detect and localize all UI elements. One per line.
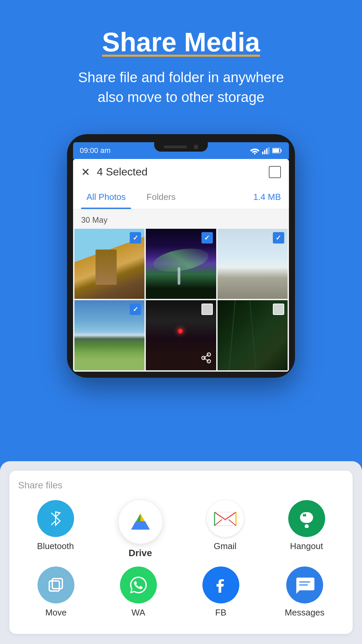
svg-marker-18 — [140, 514, 145, 522]
app-bar: ✕ 4 Selected — [73, 159, 289, 185]
battery-icon — [272, 148, 282, 154]
photo-item-4[interactable]: ✓ — [74, 300, 144, 370]
phone-notch — [154, 142, 208, 152]
svg-rect-6 — [281, 150, 282, 152]
whatsapp-icon-circle — [120, 567, 157, 603]
move-icon-circle — [38, 567, 74, 603]
header-subtitle: Share file and folder in anywhere also m… — [20, 68, 342, 107]
whatsapp-icon — [128, 575, 148, 595]
share-item-drive[interactable]: Drive — [119, 500, 162, 558]
svg-rect-1 — [262, 152, 263, 154]
header-section: Share Media Share file and folder in any… — [0, 0, 362, 121]
move-icon — [47, 576, 65, 594]
svg-rect-4 — [268, 147, 269, 154]
tab-size: 1.4 MB — [253, 192, 281, 202]
hangout-icon-circle: ❝ — [288, 500, 325, 537]
svg-rect-25 — [300, 512, 313, 523]
share-item-hangout[interactable]: ❝ Hangout — [288, 500, 325, 551]
bluetooth-icon-circle — [37, 500, 74, 537]
svg-marker-23 — [131, 521, 150, 530]
date-label: 30 May — [73, 209, 289, 229]
move-label: Move — [45, 607, 67, 618]
svg-text:❝: ❝ — [302, 513, 306, 521]
drive-icon-circle — [119, 500, 162, 544]
svg-rect-3 — [266, 148, 267, 154]
bluetooth-label: Bluetooth — [37, 541, 74, 551]
signal-icon — [262, 147, 269, 154]
page-title: Share Media — [20, 27, 342, 58]
hangout-label: Hangout — [290, 541, 323, 551]
tab-all-photos[interactable]: All Photos — [81, 185, 131, 209]
phone-mockup: 09:00 am — [0, 134, 362, 378]
messages-icon — [295, 576, 315, 594]
svg-rect-29 — [52, 579, 62, 589]
photo-checkbox-1[interactable]: ✓ — [130, 232, 141, 244]
svg-rect-28 — [49, 581, 59, 591]
photo-grid: ✓ ✓ ✓ — [73, 229, 289, 372]
svg-point-26 — [305, 524, 309, 528]
clock: 09:00 am — [80, 146, 111, 155]
hangout-icon: ❝ — [297, 509, 316, 528]
fb-label: FB — [215, 607, 226, 618]
svg-line-14 — [51, 521, 56, 525]
svg-rect-7 — [273, 149, 279, 152]
photo-checkbox-2[interactable]: ✓ — [201, 232, 213, 244]
tabs-row: All Photos Folders 1.4 MB — [73, 185, 289, 209]
photo-item-3[interactable]: ✓ — [218, 229, 288, 299]
svg-point-0 — [254, 153, 256, 154]
share-item-bluetooth[interactable]: Bluetooth — [37, 500, 74, 551]
wa-label: WA — [131, 607, 145, 618]
photo-checkbox-5[interactable] — [201, 304, 213, 315]
photo-item-5[interactable] — [146, 300, 216, 370]
share-sheet: Share files Bluetooth — [0, 461, 362, 644]
share-item-gmail[interactable]: Gmail — [207, 500, 244, 551]
share-icon-5 — [201, 353, 212, 366]
share-row-1: Bluetooth — [15, 500, 347, 558]
share-sheet-card: Share files Bluetooth — [9, 471, 353, 634]
share-item-move[interactable]: Move — [38, 567, 74, 618]
svg-line-13 — [51, 513, 56, 517]
phone-screen: ✕ 4 Selected All Photos Folders 1.4 MB 3… — [73, 159, 289, 372]
photo-checkbox-6[interactable] — [273, 304, 284, 315]
messages-icon-circle — [286, 567, 323, 603]
gmail-icon-circle — [207, 500, 244, 537]
svg-marker-17 — [136, 514, 140, 522]
tab-folders[interactable]: Folders — [141, 185, 181, 209]
selected-count: 4 Selected — [97, 166, 262, 178]
messages-label: Messages — [285, 607, 325, 618]
share-row-2: Move WA FB — [15, 567, 347, 618]
photo-checkbox-3[interactable]: ✓ — [273, 232, 284, 244]
status-icons — [250, 147, 282, 154]
svg-rect-2 — [264, 150, 265, 154]
share-item-messages[interactable]: Messages — [285, 567, 325, 618]
photo-item-1[interactable]: ✓ — [74, 229, 144, 299]
photo-checkbox-4[interactable]: ✓ — [130, 304, 141, 315]
select-all-checkbox[interactable] — [269, 166, 281, 178]
close-button[interactable]: ✕ — [81, 166, 90, 178]
bluetooth-icon — [47, 510, 64, 527]
photo-item-6[interactable] — [218, 300, 288, 370]
share-files-label: Share files — [15, 480, 347, 491]
facebook-icon — [212, 576, 230, 594]
photo-item-2[interactable]: ✓ — [146, 229, 216, 299]
facebook-icon-circle — [202, 567, 239, 603]
drive-icon — [127, 510, 154, 534]
drive-label: Drive — [128, 548, 152, 558]
share-item-facebook[interactable]: FB — [202, 567, 239, 618]
wifi-icon — [250, 147, 259, 154]
share-item-whatsapp[interactable]: WA — [120, 567, 157, 618]
gmail-icon — [214, 509, 237, 528]
gmail-label: Gmail — [214, 541, 237, 551]
